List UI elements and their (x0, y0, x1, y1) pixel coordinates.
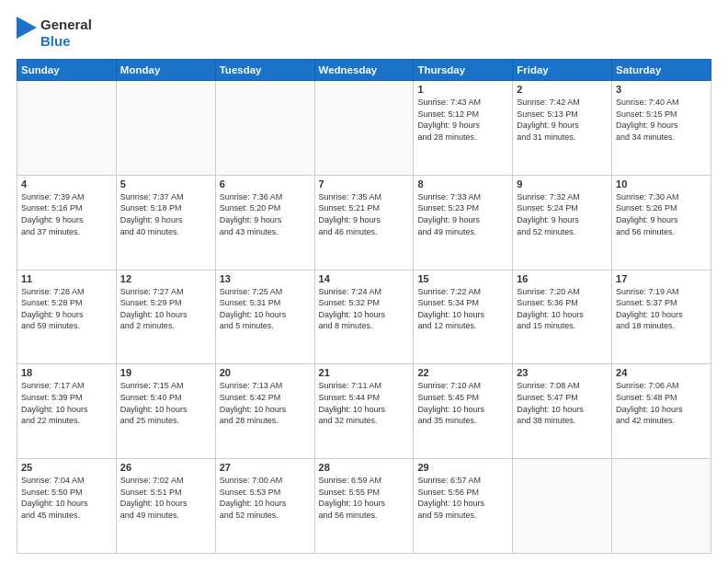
weekday-header-wednesday: Wednesday (314, 60, 414, 81)
day-info: Sunrise: 7:15 AM Sunset: 5:40 PM Dayligh… (120, 380, 211, 426)
calendar-cell: 7Sunrise: 7:35 AM Sunset: 5:21 PM Daylig… (314, 175, 414, 270)
day-number: 18 (21, 367, 112, 378)
calendar-cell: 20Sunrise: 7:13 AM Sunset: 5:42 PM Dayli… (215, 364, 314, 459)
day-info: Sunrise: 7:17 AM Sunset: 5:39 PM Dayligh… (21, 380, 112, 426)
day-number: 2 (517, 84, 608, 95)
day-number: 9 (517, 178, 608, 190)
day-info: Sunrise: 7:27 AM Sunset: 5:29 PM Dayligh… (120, 286, 211, 332)
day-info: Sunrise: 7:19 AM Sunset: 5:37 PM Dayligh… (616, 286, 707, 332)
day-number: 20 (220, 367, 311, 378)
day-number: 29 (417, 462, 508, 473)
logo: GeneralBlue (17, 17, 92, 50)
calendar-cell: 12Sunrise: 7:27 AM Sunset: 5:29 PM Dayli… (116, 270, 215, 364)
day-number: 22 (417, 367, 508, 378)
day-info: Sunrise: 7:24 AM Sunset: 5:32 PM Dayligh… (319, 286, 410, 332)
calendar-cell: 1Sunrise: 7:43 AM Sunset: 5:12 PM Daylig… (414, 81, 513, 176)
header: GeneralBlue (17, 17, 711, 50)
calendar-cell: 28Sunrise: 6:59 AM Sunset: 5:55 PM Dayli… (314, 459, 414, 554)
day-info: Sunrise: 7:30 AM Sunset: 5:26 PM Dayligh… (616, 191, 707, 237)
calendar-cell (17, 81, 117, 176)
weekday-header-saturday: Saturday (612, 60, 711, 81)
day-info: Sunrise: 7:37 AM Sunset: 5:18 PM Dayligh… (120, 191, 211, 237)
day-info: Sunrise: 7:20 AM Sunset: 5:36 PM Dayligh… (517, 286, 608, 332)
calendar-cell: 2Sunrise: 7:42 AM Sunset: 5:13 PM Daylig… (513, 81, 612, 176)
day-info: Sunrise: 7:02 AM Sunset: 5:51 PM Dayligh… (120, 475, 211, 521)
day-info: Sunrise: 7:40 AM Sunset: 5:15 PM Dayligh… (616, 97, 707, 143)
day-info: Sunrise: 7:10 AM Sunset: 5:45 PM Dayligh… (417, 380, 508, 426)
day-info: Sunrise: 7:22 AM Sunset: 5:34 PM Dayligh… (417, 286, 508, 332)
calendar-cell: 24Sunrise: 7:06 AM Sunset: 5:48 PM Dayli… (612, 364, 711, 459)
calendar-cell: 27Sunrise: 7:00 AM Sunset: 5:53 PM Dayli… (215, 459, 314, 554)
calendar-week-3: 11Sunrise: 7:28 AM Sunset: 5:28 PM Dayli… (17, 270, 711, 364)
calendar-cell: 18Sunrise: 7:17 AM Sunset: 5:39 PM Dayli… (17, 364, 117, 459)
day-number: 8 (417, 178, 508, 190)
calendar-cell: 25Sunrise: 7:04 AM Sunset: 5:50 PM Dayli… (17, 459, 117, 554)
day-number: 10 (616, 178, 707, 190)
day-number: 14 (319, 273, 410, 284)
calendar-table: SundayMondayTuesdayWednesdayThursdayFrid… (17, 59, 711, 554)
day-info: Sunrise: 7:42 AM Sunset: 5:13 PM Dayligh… (517, 97, 608, 143)
day-number: 5 (120, 178, 211, 190)
day-info: Sunrise: 7:08 AM Sunset: 5:47 PM Dayligh… (517, 380, 608, 426)
calendar-cell (314, 81, 414, 176)
day-info: Sunrise: 7:36 AM Sunset: 5:20 PM Dayligh… (220, 191, 311, 237)
day-number: 26 (120, 462, 211, 473)
calendar-cell: 10Sunrise: 7:30 AM Sunset: 5:26 PM Dayli… (612, 175, 711, 270)
calendar-cell: 13Sunrise: 7:25 AM Sunset: 5:31 PM Dayli… (215, 270, 314, 364)
day-number: 1 (417, 84, 508, 95)
day-number: 4 (21, 178, 112, 190)
day-info: Sunrise: 7:35 AM Sunset: 5:21 PM Dayligh… (319, 191, 410, 237)
calendar-week-5: 25Sunrise: 7:04 AM Sunset: 5:50 PM Dayli… (17, 459, 711, 554)
weekday-header-sunday: Sunday (17, 60, 117, 81)
day-number: 28 (319, 462, 410, 473)
logo-blue: Blue (40, 33, 92, 50)
day-number: 16 (517, 273, 608, 284)
calendar-cell: 4Sunrise: 7:39 AM Sunset: 5:16 PM Daylig… (17, 175, 117, 270)
day-info: Sunrise: 7:13 AM Sunset: 5:42 PM Dayligh… (220, 380, 311, 426)
calendar-cell: 23Sunrise: 7:08 AM Sunset: 5:47 PM Dayli… (513, 364, 612, 459)
day-info: Sunrise: 7:28 AM Sunset: 5:28 PM Dayligh… (21, 286, 112, 332)
day-info: Sunrise: 7:33 AM Sunset: 5:23 PM Dayligh… (417, 191, 508, 237)
page: GeneralBlue SundayMondayTuesdayWednesday… (0, 0, 728, 563)
day-number: 25 (21, 462, 112, 473)
calendar-cell (215, 81, 314, 176)
day-number: 12 (120, 273, 211, 284)
calendar-cell: 14Sunrise: 7:24 AM Sunset: 5:32 PM Dayli… (314, 270, 414, 364)
day-number: 21 (319, 367, 410, 378)
calendar-week-2: 4Sunrise: 7:39 AM Sunset: 5:16 PM Daylig… (17, 175, 711, 270)
weekday-header-thursday: Thursday (414, 60, 513, 81)
calendar-cell: 3Sunrise: 7:40 AM Sunset: 5:15 PM Daylig… (612, 81, 711, 176)
calendar-cell: 21Sunrise: 7:11 AM Sunset: 5:44 PM Dayli… (314, 364, 414, 459)
calendar-cell: 15Sunrise: 7:22 AM Sunset: 5:34 PM Dayli… (414, 270, 513, 364)
day-info: Sunrise: 7:32 AM Sunset: 5:24 PM Dayligh… (517, 191, 608, 237)
day-info: Sunrise: 7:39 AM Sunset: 5:16 PM Dayligh… (21, 191, 112, 237)
day-number: 19 (120, 367, 211, 378)
calendar-cell: 6Sunrise: 7:36 AM Sunset: 5:20 PM Daylig… (215, 175, 314, 270)
calendar-week-4: 18Sunrise: 7:17 AM Sunset: 5:39 PM Dayli… (17, 364, 711, 459)
day-number: 24 (616, 367, 707, 378)
day-number: 11 (21, 273, 112, 284)
day-number: 23 (517, 367, 608, 378)
logo-general: General (40, 17, 92, 33)
day-info: Sunrise: 6:57 AM Sunset: 5:56 PM Dayligh… (417, 475, 508, 521)
calendar-cell: 26Sunrise: 7:02 AM Sunset: 5:51 PM Dayli… (116, 459, 215, 554)
day-number: 15 (417, 273, 508, 284)
weekday-header-tuesday: Tuesday (215, 60, 314, 81)
calendar-cell: 17Sunrise: 7:19 AM Sunset: 5:37 PM Dayli… (612, 270, 711, 364)
calendar-cell (612, 459, 711, 554)
day-number: 17 (616, 273, 707, 284)
day-number: 27 (220, 462, 311, 473)
calendar-cell: 11Sunrise: 7:28 AM Sunset: 5:28 PM Dayli… (17, 270, 117, 364)
calendar-cell: 5Sunrise: 7:37 AM Sunset: 5:18 PM Daylig… (116, 175, 215, 270)
day-info: Sunrise: 7:04 AM Sunset: 5:50 PM Dayligh… (21, 475, 112, 521)
day-info: Sunrise: 7:00 AM Sunset: 5:53 PM Dayligh… (220, 475, 311, 521)
calendar-week-1: 1Sunrise: 7:43 AM Sunset: 5:12 PM Daylig… (17, 81, 711, 176)
day-number: 3 (616, 84, 707, 95)
calendar-cell: 19Sunrise: 7:15 AM Sunset: 5:40 PM Dayli… (116, 364, 215, 459)
calendar-cell: 29Sunrise: 6:57 AM Sunset: 5:56 PM Dayli… (414, 459, 513, 554)
weekday-header-row: SundayMondayTuesdayWednesdayThursdayFrid… (17, 60, 711, 81)
weekday-header-monday: Monday (116, 60, 215, 81)
calendar-cell: 22Sunrise: 7:10 AM Sunset: 5:45 PM Dayli… (414, 364, 513, 459)
calendar-cell (513, 459, 612, 554)
svg-marker-0 (17, 17, 37, 39)
